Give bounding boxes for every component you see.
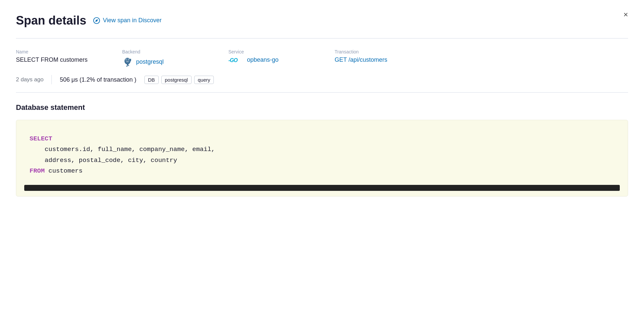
view-discover-link[interactable]: View span in Discover [93, 17, 162, 24]
code-block: SELECT customers.id, full_name, company_… [16, 120, 628, 196]
compass-icon [93, 17, 100, 24]
section-divider [16, 92, 628, 93]
page-title: Span details [16, 13, 86, 28]
scrollbar-track[interactable] [24, 185, 620, 191]
db-statement-title: Database statement [16, 103, 628, 112]
modal-container: × Span details View span in Discover Nam… [0, 0, 644, 314]
name-value: SELECT FROM customers [16, 56, 122, 63]
svg-point-6 [126, 59, 127, 60]
view-discover-label: View span in Discover [103, 17, 162, 24]
duration: 506 μs (1.2% of transaction ) [60, 76, 136, 83]
code-content: SELECT customers.id, full_name, company_… [30, 133, 614, 176]
transaction-link[interactable]: GET /api/customers [335, 56, 628, 63]
backend-label: Backend [122, 49, 228, 54]
top-divider [16, 38, 628, 39]
tag-postgresql: postgresql [161, 76, 192, 84]
transaction-label: Transaction [335, 49, 628, 54]
meta-field-service: Service -GO opbeans-go [228, 49, 335, 63]
service-label: Service [228, 49, 335, 54]
meta-top-row: Name SELECT FROM customers Backend [16, 49, 628, 67]
from-rest: customers [45, 167, 83, 175]
meta-field-transaction: Transaction GET /api/customers [335, 49, 628, 63]
tags-row: DB postgresql query [144, 76, 214, 84]
database-statement-section: Database statement SELECT customers.id, … [16, 103, 628, 196]
backend-value: postgresql [122, 56, 228, 67]
timestamp: 2 days ago [16, 76, 43, 83]
sql-line1: customers.id, full_name, company_name, e… [30, 146, 215, 153]
svg-point-7 [129, 59, 129, 60]
backend-link[interactable]: postgresql [136, 58, 164, 65]
name-label: Name [16, 49, 122, 54]
go-icon: -GO [228, 57, 244, 63]
postgresql-icon [122, 56, 133, 67]
svg-marker-1 [95, 19, 98, 22]
service-value: -GO opbeans-go [228, 56, 335, 63]
close-button[interactable]: × [621, 9, 631, 20]
svg-text:-GO: -GO [228, 57, 238, 63]
tag-query: query [194, 76, 214, 84]
service-link[interactable]: opbeans-go [247, 56, 279, 63]
meta-section: Name SELECT FROM customers Backend [16, 49, 628, 84]
meta-field-backend: Backend postgresql [122, 49, 228, 67]
tag-db: DB [144, 76, 159, 84]
duration-separator [51, 75, 52, 84]
meta-field-name: Name SELECT FROM customers [16, 49, 122, 63]
select-keyword: SELECT [30, 135, 52, 142]
header-row: Span details View span in Discover [16, 13, 628, 28]
sql-line2: address, postal_code, city, country [30, 157, 177, 164]
meta-bottom-row: 2 days ago 506 μs (1.2% of transaction )… [16, 75, 628, 84]
from-keyword: FROM [30, 167, 45, 175]
